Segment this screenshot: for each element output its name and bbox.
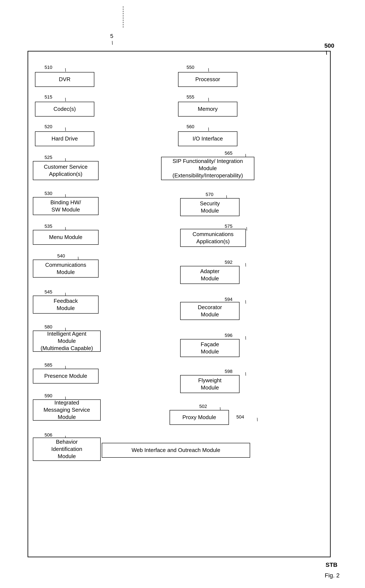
stb-label: STB (326, 561, 337, 568)
commsapp-module: CommunicationsApplication(s) (180, 229, 246, 247)
tick-510: ∖ (63, 67, 66, 72)
decorator-label: DecoratorModule (198, 304, 222, 318)
facade-label: FaçadeModule (201, 341, 219, 355)
menumodule-label: Menu Module (49, 234, 83, 241)
tick-550: ∖ (207, 67, 210, 72)
ref-525: 525 (44, 155, 52, 160)
intelligent-module: Intelligent AgentModule(Multimedia Capab… (33, 331, 101, 352)
menumodule-module: Menu Module (33, 230, 98, 245)
dvr-module: DVR (35, 72, 94, 87)
ref-515: 515 (44, 94, 52, 100)
bindinghw-label: Binding HW/SW Module (50, 199, 81, 213)
commsmodule-module: CommunicationsModule (33, 260, 98, 277)
ref-540: 540 (57, 253, 65, 259)
ref-520: 520 (44, 124, 52, 130)
ref-5-label: 5 ∖ (110, 33, 113, 46)
ref-575: 575 (225, 223, 232, 229)
codecs-module: Codec(s) (35, 102, 94, 117)
ref-580: 580 (44, 324, 52, 330)
flyweight-label: FlyweightModule (198, 377, 222, 391)
integrated-module: IntegratedMessaging ServiceModule (33, 399, 101, 421)
tick-592: ∖ (244, 262, 246, 267)
ref-504: 504 (236, 414, 244, 420)
processor-label: Processor (195, 76, 220, 83)
bindinghw-module: Binding HW/SW Module (33, 197, 98, 215)
security-module: SecurityModule (180, 198, 239, 216)
ref-530: 530 (44, 191, 52, 196)
ref-510: 510 (44, 65, 52, 70)
ref-585: 585 (44, 362, 52, 368)
memory-label: Memory (198, 105, 218, 113)
codecs-label: Codec(s) (53, 105, 76, 113)
webinterface-label: Web Interface and Outreach Module (132, 447, 220, 454)
intelligent-label: Intelligent AgentModule(Multimedia Capab… (41, 330, 93, 352)
ref-535: 535 (44, 223, 52, 229)
integrated-label: IntegratedMessaging ServiceModule (43, 399, 90, 421)
memory-module: Memory (178, 102, 237, 117)
ref-502: 502 (199, 404, 207, 409)
ref-596: 596 (225, 333, 232, 338)
behavior-label: BehaviorIdentificationModule (51, 438, 82, 460)
fig-label: Fig. 2 (325, 572, 340, 579)
sip-label: SIP Functionality/ IntegrationModule(Ext… (173, 158, 243, 179)
ref-545: 545 (44, 289, 52, 295)
io-module: I/O Interface (178, 131, 237, 146)
tick-598: ∖ (244, 371, 246, 377)
facade-module: FaçadeModule (180, 339, 239, 357)
presence-module: Presence Module (33, 369, 98, 384)
tick-594: ∖ (244, 299, 246, 304)
processor-module: Processor (178, 72, 237, 87)
page: 5 ∖ 500 ∖ STB 510 ∖ DVR 515 ∖ Codec(s) 5… (0, 0, 365, 588)
feedback-module: FeedbackModule (33, 296, 98, 314)
ref-592: 592 (225, 260, 232, 265)
tick-560: ∖ (207, 127, 210, 132)
adapter-module: AdapterModule (180, 266, 239, 284)
sip-module: SIP Functionality/ IntegrationModule(Ext… (161, 157, 254, 180)
security-label: SecurityModule (200, 200, 220, 214)
ref-565: 565 (225, 151, 232, 156)
top-connector-line (123, 6, 123, 28)
io-label: I/O Interface (192, 135, 223, 142)
customerservice-label: Customer ServiceApplication(s) (44, 163, 88, 178)
ref-555: 555 (187, 94, 194, 100)
tick-504: ∖ (255, 417, 258, 422)
tick-555: ∖ (207, 97, 210, 102)
tick-515: ∖ (63, 97, 66, 102)
ref-560: 560 (187, 124, 194, 130)
customerservice-module: Customer ServiceApplication(s) (33, 161, 98, 180)
ref-506: 506 (44, 432, 52, 438)
ref-598: 598 (225, 369, 232, 374)
presence-label: Presence Module (44, 373, 87, 380)
tick-520: ∖ (63, 127, 66, 132)
webinterface-module: Web Interface and Outreach Module (102, 443, 250, 458)
adapter-label: AdapterModule (200, 268, 219, 282)
ref-550: 550 (187, 65, 194, 70)
tick-596: ∖ (244, 335, 246, 340)
proxy-module: Proxy Module (169, 410, 229, 425)
harddrive-label: Hard Drive (51, 135, 78, 142)
decorator-module: DecoratorModule (180, 302, 239, 320)
proxy-label: Proxy Module (182, 414, 216, 421)
dvr-label: DVR (59, 76, 70, 83)
commsmodule-label: CommunicationsModule (45, 262, 86, 276)
commsapp-label: CommunicationsApplication(s) (192, 231, 234, 245)
ref-570: 570 (206, 192, 213, 197)
feedback-label: FeedbackModule (54, 297, 78, 312)
harddrive-module: Hard Drive (35, 131, 94, 146)
ref-594: 594 (225, 297, 232, 302)
ref-590: 590 (44, 393, 52, 399)
flyweight-module: FlyweightModule (180, 375, 239, 393)
behavior-module: BehaviorIdentificationModule (33, 437, 101, 461)
